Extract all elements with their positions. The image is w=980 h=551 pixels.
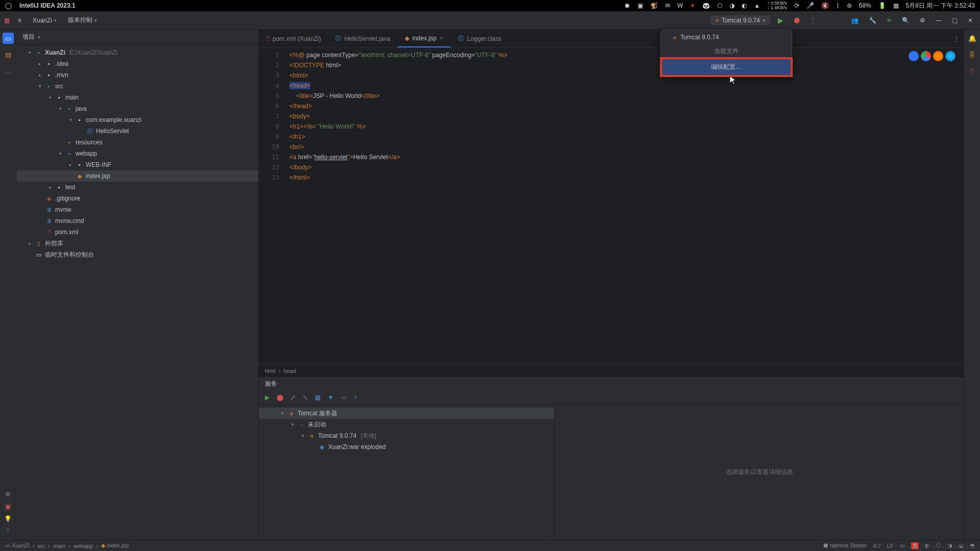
mic-icon[interactable]: 🎤 [806, 2, 814, 9]
run-config-dropdown[interactable]: ⎈ Tomcat 9.0.74 当前文件 编辑配置… [660, 30, 792, 77]
tray-icon[interactable]: ⏺ [624, 2, 630, 9]
services-row[interactable]: ▾⎈Tomcat 9.0.74 [本地] [259, 430, 554, 441]
project-tool-icon[interactable]: ▭ [3, 33, 14, 44]
filter-icon[interactable]: ▼ [328, 394, 334, 401]
tray-icon[interactable]: ◑ [729, 2, 734, 9]
crumb[interactable]: main [53, 543, 65, 549]
input-icon[interactable]: ▦ [893, 2, 899, 9]
tab-pom[interactable]: ᛖpom.xml (XuanZi) [259, 30, 328, 47]
tray-icon[interactable]: ✉ [665, 2, 670, 9]
vcs-dropdown[interactable]: 版本控制 ▾ [65, 15, 100, 26]
tree-item[interactable]: ◈.gitignore [16, 193, 258, 204]
tree-item[interactable]: ᛖpom.xml [16, 227, 258, 238]
tree-item[interactable]: ▾▪main [16, 92, 258, 103]
settings-tool-icon[interactable]: ⚙ [5, 491, 11, 498]
dropdown-item-current[interactable]: 当前文件 [661, 44, 792, 58]
line-sep[interactable]: LF [887, 543, 894, 549]
tree-item-selected[interactable]: ◆index.jsp [16, 170, 258, 182]
maximize-icon[interactable]: ▢ [949, 16, 961, 25]
search-icon[interactable]: 🔍 [899, 16, 913, 25]
expand-icon[interactable]: ⤢ [290, 394, 296, 401]
tree-item[interactable]: ▾▪webapp [16, 148, 258, 159]
mute-icon[interactable]: 🔇 [821, 2, 829, 9]
project-dropdown[interactable]: XuanZi ▾ [30, 16, 60, 25]
services-row[interactable]: ▾⎈Tomcat 服务器 [259, 408, 554, 419]
tree-item[interactable]: ▪resources [16, 137, 258, 148]
encoding-status[interactable]: ▭ [900, 542, 905, 549]
project-view-dropdown[interactable]: ▾ [38, 35, 40, 40]
tray-icon[interactable]: W [677, 2, 683, 9]
editor-breadcrumb[interactable]: html › head [259, 364, 964, 377]
bookmarks-icon[interactable]: ▤ [3, 49, 14, 60]
edge-icon[interactable] [945, 51, 955, 61]
editor[interactable]: 12345678910111213 <%@ page contentType="… [259, 48, 964, 364]
tray-icon[interactable]: ◐ [742, 2, 747, 9]
add-icon[interactable]: + [354, 394, 357, 401]
tab-index[interactable]: ◆index.jsp✕ [398, 30, 451, 47]
builtin-preview-icon[interactable] [909, 51, 919, 61]
tree-item[interactable]: ▾▪src [16, 81, 258, 92]
tabs-more-icon[interactable]: ⋮ [953, 35, 960, 42]
database-icon[interactable]: 🗄 [967, 49, 978, 60]
tree-item[interactable]: ▸▪.idea [16, 58, 258, 69]
tray-icon[interactable]: ▲ [754, 2, 760, 9]
tabnine-status[interactable]: ⬢ tabnine Starter [823, 542, 867, 549]
bt-icon[interactable]: ᛒ [836, 2, 840, 9]
notifications-icon[interactable]: 🔔 [967, 33, 978, 44]
terminal-icon[interactable]: ▣ [5, 503, 11, 510]
tree-item[interactable]: ▸▪WEB-INF [16, 159, 258, 170]
crumb[interactable]: ◆ index.jsp [101, 542, 129, 549]
run-service-icon[interactable]: ▶ [265, 394, 270, 401]
sync-icon[interactable]: ⟳ [794, 2, 799, 9]
tray-icon[interactable]: 🐒 [650, 2, 658, 9]
stop-button[interactable]: ⬤ [791, 16, 803, 24]
code-content[interactable]: <%@ page contentType="text/html; charset… [284, 48, 964, 364]
grid-icon[interactable]: ▦ [315, 394, 321, 401]
services-row[interactable]: ◉XuanZi:war exploded [259, 441, 554, 453]
settings-icon[interactable]: ⚙ [917, 16, 928, 25]
services-row[interactable]: ▾◦未启动 [259, 419, 554, 430]
crumb[interactable]: src [38, 543, 45, 549]
run-button[interactable]: ▶ [775, 15, 787, 26]
crumb[interactable]: webapp [73, 543, 93, 549]
dropdown-item-tomcat[interactable]: ⎈ Tomcat 9.0.74 [661, 30, 792, 44]
debug-icon[interactable]: 💡 [4, 515, 12, 522]
collapse-icon[interactable]: ⤡ [303, 394, 308, 401]
tree-item[interactable]: ⓒHelloServlet [16, 126, 258, 137]
tree-ext-lib[interactable]: ▸▯外部库 [16, 238, 258, 249]
firefox-icon[interactable] [933, 51, 943, 61]
tree-root[interactable]: ▾▪XuanZiE:\XuanZi\XuanZi [16, 47, 258, 58]
structure-icon[interactable]: … [3, 65, 14, 77]
run-config-selector[interactable]: ⎈ Tomcat 9.0.74 ▾ [710, 15, 771, 26]
tree-item[interactable]: ▸▪.mvn [16, 69, 258, 81]
tree-scratch[interactable]: ▭临时文件和控制台 [16, 249, 258, 260]
tree-item[interactable]: ▾▪java [16, 103, 258, 114]
caret-position[interactable]: 4:7 [873, 543, 881, 549]
tray-icon[interactable]: 🐼 [702, 2, 710, 9]
run-more-button[interactable]: ⋮ [807, 16, 819, 25]
stop-service-icon[interactable]: ⬤ [277, 394, 283, 401]
tray-icon[interactable]: ✦ [690, 2, 695, 9]
wifi-icon[interactable]: ⊚ [847, 2, 852, 9]
tab-servlet[interactable]: ⓒHelloServlet.java [328, 30, 398, 47]
main-menu-button[interactable]: ≡ [15, 16, 24, 25]
tree-item[interactable]: ▾▪com.example.xuanzi [16, 114, 258, 126]
git-icon[interactable]: ᛘ [6, 528, 10, 535]
close-icon[interactable]: ✕ [965, 16, 976, 25]
dropdown-item-edit-config[interactable]: 编辑配置… [660, 57, 793, 77]
idea-icon[interactable]: ▦ [4, 17, 10, 24]
services-tree[interactable]: ▾⎈Tomcat 服务器 ▾◦未启动 ▾⎈Tomcat 9.0.74 [本地] … [259, 405, 555, 540]
crumb[interactable]: ▭ XuanZi [5, 542, 30, 549]
maven-icon[interactable]: ᛖ [967, 65, 978, 77]
code-with-me-icon[interactable]: 👥 [848, 16, 862, 25]
layout-icon[interactable]: ▭ [341, 394, 347, 401]
project-tree[interactable]: ▾▪XuanZiE:\XuanZi\XuanZi ▸▪.idea ▸▪.mvn … [16, 45, 258, 540]
close-tab-icon[interactable]: ✕ [439, 35, 444, 41]
ai-icon[interactable]: ✳ [884, 16, 895, 25]
tray-icon[interactable]: ⬡ [717, 2, 722, 9]
tree-item[interactable]: ≣mvnw.cmd [16, 215, 258, 227]
tray-icon[interactable]: ▣ [638, 2, 643, 9]
minimize-icon[interactable]: — [933, 16, 945, 25]
tab-logger[interactable]: ⓒLogger.class [451, 30, 508, 47]
tree-item[interactable]: ≣mvnw [16, 204, 258, 215]
